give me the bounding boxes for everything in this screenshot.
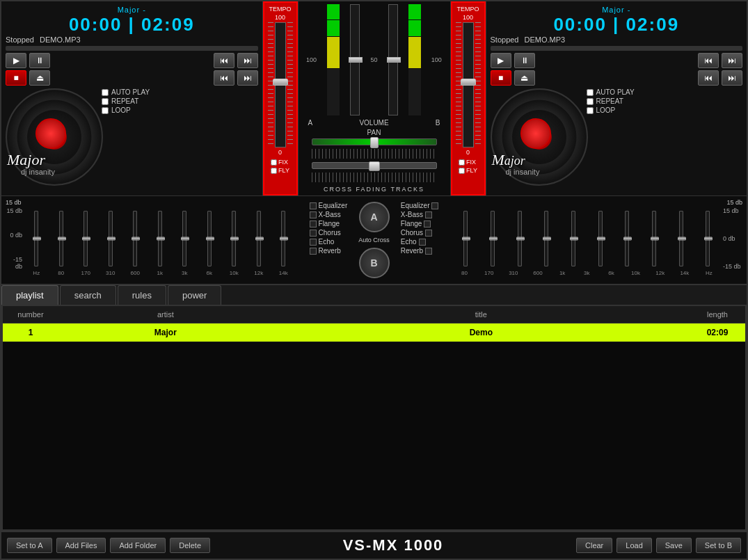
eq-fader-track-8[interactable] <box>232 211 236 266</box>
deck-b-repeat[interactable]: REPEAT <box>587 97 743 105</box>
deck-b-autoplay-cb[interactable] <box>587 89 594 96</box>
eq-fader-track-5[interactable] <box>158 211 162 266</box>
deck-a-loop[interactable]: LOOP <box>102 106 258 114</box>
tempo-a-fix[interactable]: FIX <box>271 159 289 166</box>
tempo-b-fly-cb[interactable] <box>459 168 465 174</box>
tempo-b-fly[interactable]: FLY <box>459 167 477 174</box>
eq-fader-thumb-6[interactable] <box>181 237 189 241</box>
deck-a-repeat[interactable]: REPEAT <box>102 97 258 105</box>
deck-a-next[interactable]: ⏭ <box>237 70 258 86</box>
eq-fader-thumb-8[interactable] <box>230 237 239 241</box>
eq-fader-track-3[interactable] <box>544 211 548 266</box>
tempo-a-thumb[interactable] <box>273 79 288 86</box>
add-files-button[interactable]: Add Files <box>56 538 106 553</box>
deck-b-stop[interactable]: ■ <box>491 70 511 86</box>
tempo-b-fix[interactable]: FIX <box>459 159 477 166</box>
eq-fader-track-6[interactable] <box>625 211 629 266</box>
add-folder-button[interactable]: Add Folder <box>110 538 166 553</box>
eq-fader-thumb-10[interactable] <box>280 237 288 241</box>
deck-b-rewind[interactable]: ⏮ <box>698 53 719 68</box>
mixer-vol-b-track[interactable] <box>388 4 398 115</box>
pan-track[interactable] <box>312 138 437 145</box>
deck-a-repeat-cb[interactable] <box>102 98 109 105</box>
eq-fader-track-4[interactable] <box>133 211 137 266</box>
tab-rules[interactable]: rules <box>118 285 166 305</box>
eq-fader-thumb-8[interactable] <box>678 237 686 241</box>
eq-fader-track-9[interactable] <box>257 211 261 266</box>
deck-a-autoplay-cb[interactable] <box>102 89 109 96</box>
fx-b-chorus-cb[interactable] <box>425 230 432 237</box>
eq-fader-thumb-3[interactable] <box>543 237 551 241</box>
crossfader-track[interactable] <box>312 162 437 169</box>
eq-fader-track-2[interactable] <box>518 211 522 266</box>
fx-a-eq-cb[interactable] <box>310 202 317 209</box>
clear-button[interactable]: Clear <box>576 538 612 553</box>
eq-fader-track-0[interactable] <box>34 211 38 266</box>
deck-b-progress[interactable] <box>491 46 743 51</box>
eq-fader-thumb-2[interactable] <box>516 237 525 241</box>
mixer-vol-a-track[interactable] <box>350 4 360 115</box>
tempo-a-fix-cb[interactable] <box>271 159 277 166</box>
fx-b-eq-cb[interactable] <box>431 202 438 209</box>
deck-b-repeat-cb[interactable] <box>587 98 594 105</box>
tempo-b-fix-cb[interactable] <box>459 159 465 166</box>
fx-b-reverb-cb[interactable] <box>425 248 432 255</box>
eq-fader-thumb-5[interactable] <box>157 237 165 241</box>
set-to-a-button[interactable]: Set to A <box>7 538 52 553</box>
eq-fader-track-1[interactable] <box>491 211 495 266</box>
fx-a-xbass-cb[interactable] <box>310 211 317 218</box>
tab-playlist[interactable]: playlist <box>1 285 58 305</box>
tempo-a-fly[interactable]: FLY <box>271 167 289 174</box>
eq-fader-track-2[interactable] <box>83 211 88 266</box>
deck-b-next[interactable]: ⏭ <box>722 70 742 86</box>
load-button[interactable]: Load <box>616 538 651 553</box>
deck-a-pause[interactable]: ⏸ <box>29 53 50 68</box>
deck-a-loop-cb[interactable] <box>102 107 109 114</box>
eq-fader-thumb-1[interactable] <box>489 237 498 241</box>
deck-a-prev[interactable]: ⏮ <box>214 70 234 86</box>
eq-fader-track-4[interactable] <box>571 211 575 266</box>
save-button[interactable]: Save <box>656 538 692 553</box>
set-to-b-button[interactable]: Set to B <box>696 538 741 553</box>
deck-a-play[interactable]: ▶ <box>6 53 26 68</box>
deck-a-ff[interactable]: ⏭ <box>237 53 258 68</box>
eq-fader-thumb-1[interactable] <box>58 237 66 241</box>
fx-a-flange-cb[interactable] <box>310 221 317 227</box>
deck-b-prev[interactable]: ⏮ <box>698 70 719 86</box>
crossfader-thumb[interactable] <box>369 161 380 171</box>
eq-fader-track-7[interactable] <box>652 211 656 266</box>
deck-b-loop-cb[interactable] <box>587 107 594 114</box>
mixer-vol-a-thumb[interactable] <box>349 57 363 63</box>
deck-a-rewind[interactable]: ⏮ <box>214 53 234 68</box>
fx-a-chorus-cb[interactable] <box>310 230 317 237</box>
deck-b-eject[interactable]: ⏏ <box>514 70 535 86</box>
eq-fader-thumb-7[interactable] <box>206 237 214 241</box>
pan-thumb[interactable] <box>370 137 379 148</box>
eq-fader-thumb-0[interactable] <box>33 237 41 241</box>
deck-b-play[interactable]: ▶ <box>491 53 511 68</box>
fx-b-echo-cb[interactable] <box>419 239 426 246</box>
eq-fader-thumb-4[interactable] <box>132 237 140 241</box>
eq-fader-track-8[interactable] <box>679 211 683 266</box>
eq-fader-thumb-9[interactable] <box>704 237 713 241</box>
auto-cross-btn-b[interactable]: B <box>359 248 390 278</box>
eq-fader-track-0[interactable] <box>463 211 468 266</box>
fx-b-xbass-cb[interactable] <box>425 211 432 218</box>
deck-b-loop[interactable]: LOOP <box>587 106 743 114</box>
eq-fader-track-3[interactable] <box>109 211 113 266</box>
eq-fader-thumb-9[interactable] <box>255 237 264 241</box>
eq-fader-track-6[interactable] <box>182 211 186 266</box>
eq-fader-track-1[interactable] <box>59 211 63 266</box>
eq-fader-track-7[interactable] <box>207 211 212 266</box>
fx-b-flange-cb[interactable] <box>424 221 431 227</box>
eq-fader-thumb-6[interactable] <box>623 237 632 241</box>
playlist-row[interactable]: 1 Major Demo 02:09 <box>3 323 745 342</box>
auto-cross-btn-a[interactable]: A <box>359 202 390 232</box>
tempo-a-track[interactable] <box>275 22 286 147</box>
tempo-b-thumb[interactable] <box>461 79 476 86</box>
deck-b-ff[interactable]: ⏭ <box>722 53 742 68</box>
tab-search[interactable]: search <box>60 285 116 305</box>
delete-button[interactable]: Delete <box>170 538 210 553</box>
deck-b-autoplay[interactable]: AUTO PLAY <box>587 88 743 96</box>
eq-fader-thumb-7[interactable] <box>651 237 659 241</box>
